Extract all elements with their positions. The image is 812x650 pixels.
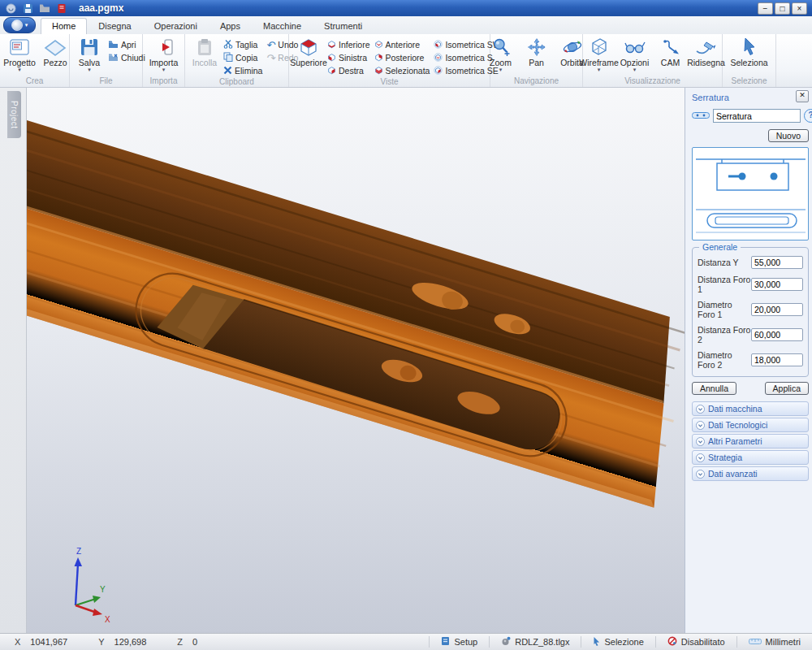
menu-bar: ▾ Home Disegna Operazioni Apps Macchine … [0, 16, 812, 35]
seleziona-button[interactable]: Seleziona [728, 35, 770, 67]
panel-close-button[interactable]: ✕ [796, 90, 809, 102]
application-menu-button[interactable]: ▾ [3, 17, 36, 33]
superiore-button[interactable]: Superiore [291, 35, 326, 67]
chevron-down-icon [696, 421, 705, 430]
quick-access-toolbar [0, 3, 67, 14]
anteriore-button[interactable]: Anteriore [374, 38, 430, 51]
dropdown-caret: ▾ [88, 67, 91, 72]
taglia-button[interactable]: Taglia [223, 38, 262, 51]
destra-button[interactable]: Destra [327, 64, 370, 77]
apri-button[interactable]: Apri [108, 38, 145, 51]
section-dati-avanzati[interactable]: Dati avanzati [692, 466, 809, 481]
recent-document-icon[interactable] [56, 3, 67, 14]
ridisegna-button[interactable]: Ridisegna [689, 35, 724, 67]
status-selection-mode[interactable]: Selezione [581, 636, 654, 648]
section-altri-parametri[interactable]: Altri Parametri [692, 434, 809, 448]
orbita-icon [562, 36, 583, 58]
operation-name-input[interactable] [713, 109, 801, 123]
sinistra-button[interactable]: Sinistra [327, 51, 370, 64]
ribbon-group-crea: Progetto ▾ Pezzo Crea [0, 34, 70, 87]
minimize-button[interactable]: − [758, 2, 773, 15]
pan-button[interactable]: Pan [519, 35, 555, 67]
tab-macchine[interactable]: Macchine [252, 18, 313, 34]
status-setup[interactable]: Setup [429, 636, 489, 648]
help-button[interactable]: ? [804, 109, 812, 123]
sinistra-view-icon [327, 53, 336, 63]
open-quick-icon[interactable] [39, 3, 50, 14]
incolla-button[interactable]: Incolla [187, 35, 222, 67]
chiudi-button[interactable]: Chiudi [108, 51, 145, 64]
elimina-button[interactable]: Elimina [223, 64, 262, 77]
window-controls: − □ × [758, 2, 812, 15]
dropdown-caret: ▾ [18, 67, 21, 72]
diametro-foro-2-input[interactable] [751, 353, 803, 366]
posteriore-button[interactable]: Posteriore [374, 51, 430, 64]
ribbon-group-navigazione: Zoom ▾ Pan Orbita Navigazione [490, 34, 583, 87]
generale-group-label: Generale [699, 242, 741, 252]
importa-icon [154, 36, 174, 58]
dropdown-caret: ▾ [598, 67, 601, 72]
left-dock: Project [0, 88, 27, 634]
opzioni-button[interactable]: Opzioni ▾ [617, 35, 653, 72]
undo-icon: ↶ [266, 41, 275, 50]
nuovo-button[interactable]: Nuovo [768, 129, 809, 142]
status-tool-file[interactable]: RDLZ_88.tlgx [489, 636, 581, 648]
tab-apps[interactable]: Apps [209, 18, 252, 34]
field-row: Distanza Foro 2 [698, 325, 803, 344]
applica-button[interactable]: Applica [765, 382, 809, 395]
copia-button[interactable]: Copia [223, 51, 262, 64]
viewport-3d[interactable]: Z Y X [27, 88, 685, 634]
distanza-foro-1-input[interactable] [751, 278, 803, 291]
ribbon: Progetto ▾ Pezzo Crea Salva [0, 34, 812, 88]
ribbon-group-visualizzazione: Wireframe ▾ Opzioni ▾ CAM [583, 34, 723, 87]
close-button[interactable]: × [792, 2, 807, 15]
distanza-y-input[interactable] [751, 256, 803, 269]
section-strategia[interactable]: Strategia [692, 450, 809, 465]
dropdown-caret: ▾ [499, 67, 503, 72]
application-window: aaa.pgmx − □ × ▾ Home Disegna Operazioni… [0, 0, 812, 650]
pezzo-button[interactable]: Pezzo [37, 35, 73, 67]
tab-disegna[interactable]: Disegna [87, 18, 142, 34]
tab-strumenti[interactable]: Strumenti [313, 18, 374, 34]
status-bar: X1041,967 Y129,698 Z0 Setup RDLZ_88.tlgx… [0, 633, 812, 650]
field-row: Distanza Y [698, 256, 803, 269]
zoom-icon [491, 36, 511, 58]
tool-icon [501, 636, 511, 648]
cam-button[interactable]: CAM [653, 35, 689, 67]
section-dati-tecnologici[interactable]: Dati Tecnologici [692, 418, 809, 432]
restore-button[interactable]: □ [775, 2, 790, 15]
coordinate-readout: X1041,967 Y129,698 Z0 [0, 637, 228, 647]
cursor-icon [593, 636, 600, 648]
dropdown-caret: ▾ [633, 67, 637, 72]
lock-preview-diagram [692, 147, 809, 240]
wireframe-button[interactable]: Wireframe ▾ [581, 35, 617, 72]
tab-home[interactable]: Home [41, 18, 87, 34]
cam-icon [661, 36, 680, 58]
serratura-panel: Serratura ✕ ? Nuovo [685, 88, 812, 634]
annulla-button[interactable]: Annulla [692, 382, 736, 395]
status-units[interactable]: Millimetri [736, 636, 812, 648]
salva-button[interactable]: Salva ▾ [71, 35, 107, 72]
ribbon-group-importa: Importa ▾ Importa [143, 34, 185, 87]
chevron-down-icon: ▾ [25, 22, 28, 28]
status-disabled-flag[interactable]: Disabilitato [655, 636, 736, 648]
diametro-foro-1-input[interactable] [751, 303, 803, 316]
ribbon-group-selezione: Seleziona Selezione [723, 34, 776, 87]
progetto-button[interactable]: Progetto ▾ [2, 35, 37, 72]
inferiore-button[interactable]: Inferiore [327, 38, 370, 51]
taglia-icon [223, 39, 233, 50]
distanza-foro-2-input[interactable] [751, 328, 803, 341]
tab-operazioni[interactable]: Operazioni [143, 18, 209, 34]
zoom-button[interactable]: Zoom ▾ [483, 35, 519, 72]
save-quick-icon[interactable] [22, 3, 33, 14]
section-dati-macchina[interactable]: Dati macchina [692, 401, 809, 416]
axis-x-label: X [105, 615, 110, 624]
opzioni-icon [624, 36, 646, 58]
importa-button[interactable]: Importa ▾ [146, 35, 182, 72]
main-area: Project [0, 88, 812, 634]
destra-view-icon [327, 66, 336, 76]
project-panel-tab[interactable]: Project [7, 91, 21, 138]
app-logo-icon[interactable] [5, 3, 16, 14]
ridisegna-icon [695, 36, 717, 58]
selezionata-button[interactable]: Selezionata [374, 64, 430, 77]
